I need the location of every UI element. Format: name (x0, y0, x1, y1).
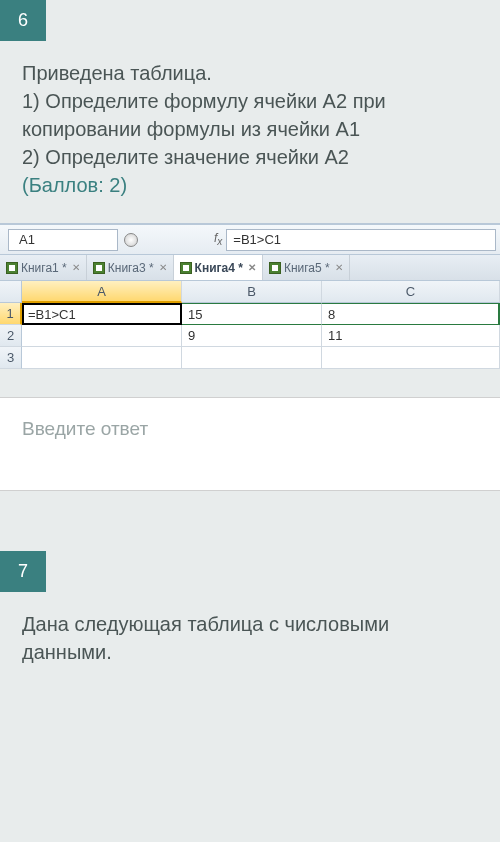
close-icon[interactable]: ✕ (248, 262, 256, 273)
row-header-2[interactable]: 2 (0, 325, 22, 347)
column-header-a[interactable]: A (22, 281, 182, 303)
cell-b1[interactable]: 15 (182, 303, 322, 325)
question-number-badge: 7 (0, 551, 46, 592)
row-header-3[interactable]: 3 (0, 347, 22, 369)
excel-file-icon (269, 262, 281, 274)
workbook-tab[interactable]: Книга5 * ✕ (263, 255, 350, 280)
spreadsheet-grid: A B C 1 =B1>C1 15 8 2 9 11 3 (0, 281, 500, 369)
answer-placeholder: Введите ответ (22, 418, 148, 439)
excel-screenshot: A1 fx =B1>C1 Книга1 * ✕ Книга3 * ✕ Книга… (0, 223, 500, 369)
tab-label: Книга5 * (284, 261, 330, 275)
workbook-tab-active[interactable]: Книга4 * ✕ (174, 255, 263, 280)
column-header-b[interactable]: B (182, 281, 322, 303)
cell-c3[interactable] (322, 347, 500, 369)
name-box-dropdown-icon[interactable] (124, 233, 138, 247)
question-text: Приведена таблица. 1) Определите формулу… (0, 41, 500, 199)
workbook-tab[interactable]: Книга3 * ✕ (87, 255, 174, 280)
question-points: (Баллов: 2) (22, 171, 478, 199)
formula-bar-controls (124, 233, 138, 247)
fx-icon[interactable]: fx (214, 231, 222, 247)
column-header-c[interactable]: C (322, 281, 500, 303)
question-7-block: 7 Дана следующая таблица с числовыми дан… (0, 551, 500, 676)
excel-file-icon (93, 262, 105, 274)
question-text: Дана следующая таблица с числовыми данны… (0, 592, 500, 666)
cell-c1[interactable]: 8 (322, 303, 500, 325)
question-intro: Приведена таблица. (22, 59, 478, 87)
excel-file-icon (180, 262, 192, 274)
workbook-tabs: Книга1 * ✕ Книга3 * ✕ Книга4 * ✕ Книга5 … (0, 255, 500, 281)
question-number-badge: 6 (0, 0, 46, 41)
name-box[interactable]: A1 (8, 229, 118, 251)
question-part-1: 1) Определите формулу ячейки A2 при копи… (22, 87, 478, 143)
formula-bar: A1 fx =B1>C1 (0, 225, 500, 255)
workbook-tab[interactable]: Книга1 * ✕ (0, 255, 87, 280)
excel-file-icon (6, 262, 18, 274)
cell-b2[interactable]: 9 (182, 325, 322, 347)
cell-c2[interactable]: 11 (322, 325, 500, 347)
row-header-1[interactable]: 1 (0, 303, 22, 325)
close-icon[interactable]: ✕ (159, 262, 167, 273)
close-icon[interactable]: ✕ (72, 262, 80, 273)
tab-label: Книга3 * (108, 261, 154, 275)
tab-label: Книга4 * (195, 261, 243, 275)
answer-input-section[interactable]: Введите ответ (0, 397, 500, 491)
close-icon[interactable]: ✕ (335, 262, 343, 273)
tab-label: Книга1 * (21, 261, 67, 275)
question-part-2: 2) Определите значение ячейки A2 (22, 143, 478, 171)
question-6-block: 6 Приведена таблица. 1) Определите форму… (0, 0, 500, 511)
formula-input[interactable]: =B1>C1 (226, 229, 496, 251)
cell-b3[interactable] (182, 347, 322, 369)
cell-a1[interactable]: =B1>C1 (22, 303, 182, 325)
select-all-corner[interactable] (0, 281, 22, 303)
cell-a2[interactable] (22, 325, 182, 347)
cell-a3[interactable] (22, 347, 182, 369)
